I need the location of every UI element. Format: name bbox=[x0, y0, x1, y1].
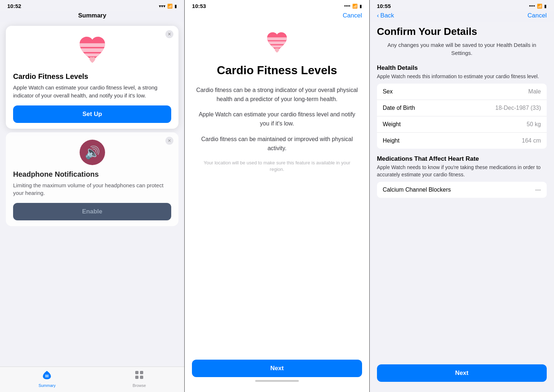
dob-value: 18-Dec-1987 (33) bbox=[495, 105, 541, 111]
meds-section-desc: Apple Watch needs to know if you're taki… bbox=[377, 164, 547, 178]
phone2-footnote: Your location will be used to make sure … bbox=[196, 160, 358, 173]
browse-tab-label: Browse bbox=[133, 383, 146, 388]
phone3: 10:55 •••• 📶 ▮ ‹ Back Cancel Confirm You… bbox=[370, 0, 554, 392]
weight-label: Weight bbox=[383, 121, 401, 128]
table-row-meds[interactable]: Calcium Channel Blockers — bbox=[377, 182, 547, 198]
cardio-card: ✕ bbox=[6, 26, 178, 129]
svg-rect-7 bbox=[135, 376, 138, 379]
headphone-card: ✕ 🔊 Headphone Notifications Limiting the… bbox=[6, 132, 178, 227]
meds-section-title: Medications That Affect Heart Rate bbox=[377, 155, 547, 163]
weight-value: 50 kg bbox=[527, 121, 541, 128]
svg-rect-6 bbox=[140, 371, 143, 374]
phone2-next-button[interactable]: Next bbox=[192, 360, 362, 377]
phone2-status-bar: 10:53 •••• 📶 ▮ bbox=[185, 0, 369, 11]
svg-rect-8 bbox=[140, 376, 143, 379]
sex-value: Male bbox=[528, 88, 541, 95]
confirm-title: Confirm Your Details bbox=[377, 26, 547, 37]
summary-title: Summary bbox=[78, 12, 106, 19]
phone2-para1: Cardio fitness can be a strong indicator… bbox=[196, 86, 358, 104]
phone3-time: 10:55 bbox=[377, 3, 391, 9]
phone2-dots-icon: •••• bbox=[344, 4, 350, 9]
meds-section: Medications That Affect Heart Rate Apple… bbox=[377, 155, 547, 198]
svg-rect-4 bbox=[45, 376, 49, 377]
phone3-dots-icon: •••• bbox=[529, 4, 535, 9]
cancel-button[interactable]: Cancel bbox=[343, 12, 362, 19]
home-indicator bbox=[255, 380, 299, 382]
phone3-cancel-button[interactable]: Cancel bbox=[527, 12, 547, 19]
phone2-bottom: Next bbox=[185, 354, 369, 392]
dob-label: Date of Birth bbox=[383, 105, 415, 111]
phone3-wifi-icon: 📶 bbox=[537, 4, 542, 9]
phone1-screen: 10:52 ▾▾▾ 📶 ▮ Summary ✕ bbox=[0, 0, 184, 392]
phone3-battery-icon: ▮ bbox=[544, 4, 547, 9]
phone3-screen: 10:55 •••• 📶 ▮ ‹ Back Cancel Confirm You… bbox=[370, 0, 554, 392]
phone1: 10:52 ▾▾▾ 📶 ▮ Summary ✕ bbox=[0, 0, 184, 392]
enable-button[interactable]: Enable bbox=[13, 203, 171, 220]
setup-button[interactable]: Set Up bbox=[13, 105, 171, 123]
svg-rect-0 bbox=[76, 43, 109, 47]
health-heart-svg bbox=[76, 33, 109, 66]
phone2-status-icons: •••• 📶 ▮ bbox=[344, 4, 362, 9]
headphone-card-body: Limiting the maximum volume of your head… bbox=[13, 181, 171, 197]
svg-rect-2 bbox=[76, 53, 109, 56]
svg-rect-10 bbox=[264, 41, 290, 44]
svg-rect-1 bbox=[76, 48, 109, 52]
meds-label: Calcium Channel Blockers bbox=[383, 187, 451, 193]
phone3-content: Confirm Your Details Any changes you mak… bbox=[370, 22, 554, 208]
wifi-signal-icon: 📶 bbox=[167, 4, 173, 9]
height-label: Height bbox=[383, 137, 400, 144]
headphone-close-icon[interactable]: ✕ bbox=[165, 137, 173, 145]
table-row-height[interactable]: Height 164 cm bbox=[377, 133, 547, 149]
phone3-next-button[interactable]: Next bbox=[377, 364, 547, 382]
phone2: 10:53 •••• 📶 ▮ Cancel bbox=[184, 0, 369, 392]
tab-bar: Summary Browse bbox=[0, 367, 184, 392]
phone2-content: Cardio Fitness Levels Cardio fitness can… bbox=[185, 22, 369, 180]
phone2-battery-icon: ▮ bbox=[360, 4, 362, 9]
tab-browse[interactable]: Browse bbox=[133, 370, 146, 388]
phone1-status-icons: ▾▾▾ 📶 ▮ bbox=[159, 4, 177, 9]
phone3-bottom: Next bbox=[370, 360, 554, 392]
phone2-para3: Cardio fitness can be maintained or impr… bbox=[196, 135, 358, 153]
close-icon[interactable]: ✕ bbox=[165, 30, 173, 38]
svg-rect-11 bbox=[264, 45, 290, 48]
meds-table: Calcium Channel Blockers — bbox=[377, 182, 547, 198]
headphone-circle-icon: 🔊 bbox=[80, 140, 105, 165]
phone2-para2: Apple Watch can estimate your cardio fit… bbox=[196, 110, 358, 128]
confirm-subtitle: Any changes you make will be saved to yo… bbox=[377, 41, 547, 57]
phone3-status-bar: 10:55 •••• 📶 ▮ bbox=[370, 0, 554, 11]
table-row-sex[interactable]: Sex Male bbox=[377, 84, 547, 100]
phone2-time: 10:53 bbox=[192, 3, 206, 9]
health-details-section-title: Health Details bbox=[377, 64, 547, 72]
phone1-nav-title: Summary bbox=[0, 11, 184, 22]
summary-tab-label: Summary bbox=[39, 383, 56, 388]
phone2-nav: Cancel bbox=[185, 11, 369, 22]
wifi-icon: ▾▾▾ bbox=[159, 4, 165, 9]
back-button[interactable]: ‹ Back bbox=[377, 12, 394, 19]
cardio-card-title: Cardio Fitness Levels bbox=[13, 72, 171, 81]
headphone-icon-wrapper: 🔊 bbox=[13, 140, 171, 165]
cardio-icon bbox=[13, 33, 171, 67]
sex-label: Sex bbox=[383, 88, 393, 95]
health-details-table: Sex Male Date of Birth 18-Dec-1987 (33) … bbox=[377, 84, 547, 149]
chevron-left-icon: ‹ bbox=[377, 12, 379, 19]
health-details-section-desc: Apple Watch needs this information to es… bbox=[377, 73, 547, 80]
phone2-screen: 10:53 •••• 📶 ▮ Cancel bbox=[185, 0, 369, 392]
table-row-weight[interactable]: Weight 50 kg bbox=[377, 116, 547, 133]
phone2-heart-svg bbox=[264, 29, 290, 55]
phone1-time: 10:52 bbox=[7, 3, 21, 9]
summary-tab-icon bbox=[42, 370, 52, 382]
table-row-dob[interactable]: Date of Birth 18-Dec-1987 (33) bbox=[377, 100, 547, 116]
phone3-status-icons: •••• 📶 ▮ bbox=[529, 4, 547, 9]
svg-rect-9 bbox=[264, 37, 290, 40]
phone3-nav: ‹ Back Cancel bbox=[370, 11, 554, 22]
tab-summary[interactable]: Summary bbox=[39, 370, 56, 388]
browse-tab-icon bbox=[134, 370, 144, 382]
phone2-health-icon bbox=[196, 29, 358, 56]
headphone-card-title: Headphone Notifications bbox=[13, 170, 171, 179]
cardio-card-body: Apple Watch can estimate your cardio fit… bbox=[13, 84, 171, 100]
svg-rect-5 bbox=[135, 371, 138, 374]
height-value: 164 cm bbox=[522, 137, 541, 144]
meds-dash: — bbox=[535, 187, 541, 193]
back-label: Back bbox=[380, 12, 394, 19]
phone2-title: Cardio Fitness Levels bbox=[196, 64, 358, 77]
